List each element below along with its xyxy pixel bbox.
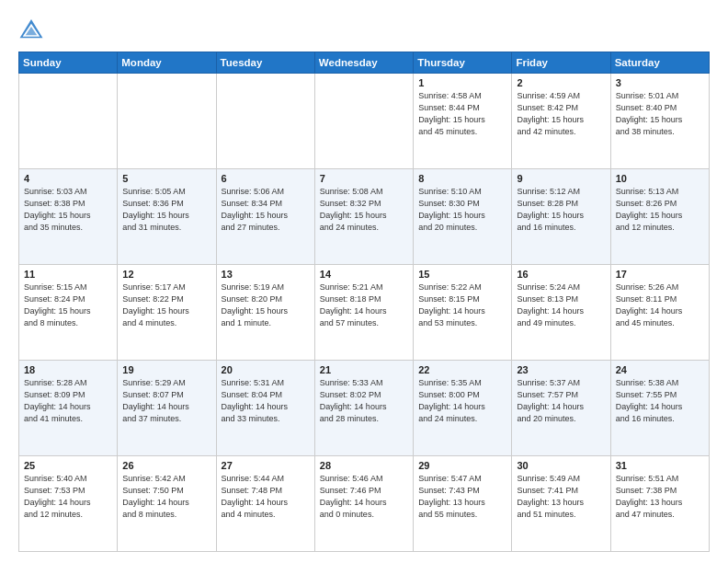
- calendar-cell: 4Sunrise: 5:03 AM Sunset: 8:38 PM Daylig…: [19, 169, 118, 265]
- day-info: Sunrise: 5:47 AM Sunset: 7:43 PM Dayligh…: [418, 473, 506, 521]
- calendar-cell: [216, 74, 314, 169]
- calendar-cell: 21Sunrise: 5:33 AM Sunset: 8:02 PM Dayli…: [314, 361, 413, 456]
- calendar-cell: 16Sunrise: 5:24 AM Sunset: 8:13 PM Dayli…: [512, 265, 610, 361]
- col-header-sunday: Sunday: [19, 52, 118, 74]
- day-info: Sunrise: 5:21 AM Sunset: 8:18 PM Dayligh…: [320, 282, 408, 329]
- calendar-cell: 1Sunrise: 4:58 AM Sunset: 8:44 PM Daylig…: [414, 74, 512, 169]
- day-number: 29: [418, 460, 506, 471]
- day-number: 6: [222, 173, 310, 184]
- day-info: Sunrise: 5:46 AM Sunset: 7:46 PM Dayligh…: [320, 473, 408, 521]
- day-number: 4: [24, 173, 112, 184]
- calendar-cell: [314, 74, 413, 169]
- day-info: Sunrise: 5:38 AM Sunset: 7:55 PM Dayligh…: [616, 377, 704, 425]
- col-header-wednesday: Wednesday: [314, 52, 413, 74]
- logo: [18, 17, 48, 42]
- calendar-cell: 25Sunrise: 5:40 AM Sunset: 7:53 PM Dayli…: [19, 456, 118, 552]
- calendar-cell: 30Sunrise: 5:49 AM Sunset: 7:41 PM Dayli…: [512, 456, 610, 552]
- day-number: 23: [517, 364, 605, 375]
- day-number: 30: [517, 460, 605, 471]
- day-info: Sunrise: 5:22 AM Sunset: 8:15 PM Dayligh…: [418, 282, 506, 329]
- col-header-tuesday: Tuesday: [216, 52, 314, 74]
- col-header-thursday: Thursday: [414, 52, 512, 74]
- day-number: 21: [320, 364, 408, 375]
- day-number: 28: [320, 460, 408, 471]
- day-number: 2: [517, 77, 605, 88]
- day-info: Sunrise: 5:37 AM Sunset: 7:57 PM Dayligh…: [517, 377, 605, 425]
- day-number: 1: [418, 77, 506, 88]
- col-header-friday: Friday: [512, 52, 610, 74]
- calendar-cell: 24Sunrise: 5:38 AM Sunset: 7:55 PM Dayli…: [610, 361, 709, 456]
- day-number: 18: [24, 364, 112, 375]
- calendar-cell: 3Sunrise: 5:01 AM Sunset: 8:40 PM Daylig…: [610, 74, 709, 169]
- calendar-week-1: 1Sunrise: 4:58 AM Sunset: 8:44 PM Daylig…: [19, 74, 710, 169]
- day-info: Sunrise: 5:35 AM Sunset: 8:00 PM Dayligh…: [418, 377, 506, 425]
- calendar-cell: 7Sunrise: 5:08 AM Sunset: 8:32 PM Daylig…: [314, 169, 413, 265]
- calendar-cell: 8Sunrise: 5:10 AM Sunset: 8:30 PM Daylig…: [414, 169, 512, 265]
- day-info: Sunrise: 5:33 AM Sunset: 8:02 PM Dayligh…: [320, 377, 408, 425]
- day-number: 27: [222, 460, 310, 471]
- calendar-cell: 13Sunrise: 5:19 AM Sunset: 8:20 PM Dayli…: [216, 265, 314, 361]
- day-number: 5: [122, 173, 210, 184]
- day-info: Sunrise: 5:15 AM Sunset: 8:24 PM Dayligh…: [24, 282, 112, 329]
- calendar-cell: 29Sunrise: 5:47 AM Sunset: 7:43 PM Dayli…: [414, 456, 512, 552]
- day-info: Sunrise: 5:24 AM Sunset: 8:13 PM Dayligh…: [517, 282, 605, 329]
- day-info: Sunrise: 5:40 AM Sunset: 7:53 PM Dayligh…: [24, 473, 112, 521]
- calendar-cell: 12Sunrise: 5:17 AM Sunset: 8:22 PM Dayli…: [118, 265, 216, 361]
- day-number: 17: [616, 269, 704, 280]
- calendar-cell: [19, 74, 118, 169]
- calendar-cell: 5Sunrise: 5:05 AM Sunset: 8:36 PM Daylig…: [118, 169, 216, 265]
- header: [18, 17, 710, 42]
- day-number: 31: [616, 460, 704, 471]
- day-info: Sunrise: 4:59 AM Sunset: 8:42 PM Dayligh…: [517, 90, 605, 138]
- day-info: Sunrise: 5:19 AM Sunset: 8:20 PM Dayligh…: [222, 282, 310, 329]
- calendar-cell: 15Sunrise: 5:22 AM Sunset: 8:15 PM Dayli…: [414, 265, 512, 361]
- day-info: Sunrise: 5:05 AM Sunset: 8:36 PM Dayligh…: [122, 186, 210, 234]
- day-info: Sunrise: 5:31 AM Sunset: 8:04 PM Dayligh…: [222, 377, 310, 425]
- day-number: 20: [222, 364, 310, 375]
- col-header-saturday: Saturday: [610, 52, 709, 74]
- day-info: Sunrise: 5:12 AM Sunset: 8:28 PM Dayligh…: [517, 186, 605, 234]
- day-info: Sunrise: 5:13 AM Sunset: 8:26 PM Dayligh…: [616, 186, 704, 234]
- calendar-cell: 26Sunrise: 5:42 AM Sunset: 7:50 PM Dayli…: [118, 456, 216, 552]
- calendar-cell: 10Sunrise: 5:13 AM Sunset: 8:26 PM Dayli…: [610, 169, 709, 265]
- calendar-cell: 22Sunrise: 5:35 AM Sunset: 8:00 PM Dayli…: [414, 361, 512, 456]
- day-number: 12: [122, 269, 210, 280]
- calendar-cell: 9Sunrise: 5:12 AM Sunset: 8:28 PM Daylig…: [512, 169, 610, 265]
- calendar-week-2: 4Sunrise: 5:03 AM Sunset: 8:38 PM Daylig…: [19, 169, 710, 265]
- day-info: Sunrise: 5:49 AM Sunset: 7:41 PM Dayligh…: [517, 473, 605, 521]
- calendar-cell: [118, 74, 216, 169]
- day-number: 15: [418, 269, 506, 280]
- day-info: Sunrise: 5:10 AM Sunset: 8:30 PM Dayligh…: [418, 186, 506, 234]
- calendar-cell: 28Sunrise: 5:46 AM Sunset: 7:46 PM Dayli…: [314, 456, 413, 552]
- calendar-week-4: 18Sunrise: 5:28 AM Sunset: 8:09 PM Dayli…: [19, 361, 710, 456]
- day-info: Sunrise: 5:01 AM Sunset: 8:40 PM Dayligh…: [616, 90, 704, 138]
- day-info: Sunrise: 5:26 AM Sunset: 8:11 PM Dayligh…: [616, 282, 704, 329]
- calendar-header-row: SundayMondayTuesdayWednesdayThursdayFrid…: [19, 52, 710, 74]
- day-number: 14: [320, 269, 408, 280]
- day-info: Sunrise: 5:06 AM Sunset: 8:34 PM Dayligh…: [222, 186, 310, 234]
- calendar-table: SundayMondayTuesdayWednesdayThursdayFrid…: [18, 52, 710, 552]
- calendar-week-3: 11Sunrise: 5:15 AM Sunset: 8:24 PM Dayli…: [19, 265, 710, 361]
- day-info: Sunrise: 5:03 AM Sunset: 8:38 PM Dayligh…: [24, 186, 112, 234]
- page: SundayMondayTuesdayWednesdayThursdayFrid…: [0, 0, 728, 563]
- day-info: Sunrise: 5:29 AM Sunset: 8:07 PM Dayligh…: [122, 377, 210, 425]
- calendar-cell: 19Sunrise: 5:29 AM Sunset: 8:07 PM Dayli…: [118, 361, 216, 456]
- day-info: Sunrise: 5:08 AM Sunset: 8:32 PM Dayligh…: [320, 186, 408, 234]
- calendar-cell: 20Sunrise: 5:31 AM Sunset: 8:04 PM Dayli…: [216, 361, 314, 456]
- day-info: Sunrise: 5:51 AM Sunset: 7:38 PM Dayligh…: [616, 473, 704, 521]
- calendar-week-5: 25Sunrise: 5:40 AM Sunset: 7:53 PM Dayli…: [19, 456, 710, 552]
- day-number: 9: [517, 173, 605, 184]
- day-number: 7: [320, 173, 408, 184]
- logo-icon: [18, 17, 44, 42]
- calendar-cell: 18Sunrise: 5:28 AM Sunset: 8:09 PM Dayli…: [19, 361, 118, 456]
- day-number: 24: [616, 364, 704, 375]
- day-number: 3: [616, 77, 704, 88]
- day-info: Sunrise: 5:44 AM Sunset: 7:48 PM Dayligh…: [222, 473, 310, 521]
- day-number: 22: [418, 364, 506, 375]
- day-number: 26: [122, 460, 210, 471]
- calendar-cell: 17Sunrise: 5:26 AM Sunset: 8:11 PM Dayli…: [610, 265, 709, 361]
- day-number: 10: [616, 173, 704, 184]
- day-info: Sunrise: 5:42 AM Sunset: 7:50 PM Dayligh…: [122, 473, 210, 521]
- day-number: 13: [222, 269, 310, 280]
- calendar-cell: 11Sunrise: 5:15 AM Sunset: 8:24 PM Dayli…: [19, 265, 118, 361]
